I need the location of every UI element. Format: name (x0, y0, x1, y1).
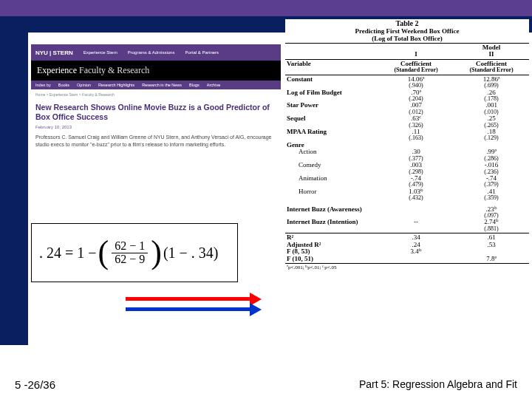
page-number: 5 -26/36 (15, 378, 55, 391)
coef-I (378, 206, 454, 213)
article-headline: New Research Shows Online Movie Buzz is … (35, 103, 276, 122)
equation-box: . 24 = 1 − ( 62 − 1 62 − 9 ) (1 − . 34) (31, 223, 238, 282)
col-variable: Variable (285, 61, 378, 67)
breadcrumb: Home > Experience Stern > Faculty & Rese… (31, 89, 281, 100)
article-text: Professors C. Samuel Craig and William G… (35, 134, 276, 149)
tab-item: Research in the News (142, 83, 182, 87)
se-I (378, 226, 454, 232)
var-label: Comedy (285, 162, 378, 168)
se-II: (.881) (454, 226, 529, 232)
table-title: Predicting First Weekend Box Office (285, 27, 529, 35)
article-date: February 10, 2013 (35, 125, 276, 129)
footer-title: Part 5: Regression Algebra and Fit (359, 378, 517, 390)
stat-label: F (10, 51) (285, 256, 378, 262)
tab-item: Books (58, 83, 69, 87)
nav-item: Programs & Admissions (128, 50, 175, 55)
col-II: II (454, 51, 529, 58)
eq-lhs: . 24 = 1 − (39, 245, 97, 262)
se-I: (.432) (378, 195, 454, 201)
var-label: Log of Film Budget (285, 89, 378, 96)
tab-item: Research Highlights (98, 83, 134, 87)
news-hero: Experience Faculty & Research (31, 61, 281, 81)
stat-II: .53 (454, 242, 529, 248)
var-label: Internet Buzz (Awareness) (285, 206, 378, 213)
col-se-II: (Standard Error) (454, 67, 529, 73)
eq-denominator: 62 − 9 (112, 253, 148, 266)
nyu-stern-logo: NYU | STERN (35, 50, 73, 56)
stat-I (378, 256, 454, 262)
tab-item: Index by (35, 83, 51, 87)
eq-numerator: 62 − 1 (112, 240, 148, 253)
news-tabs: Index by Books Opinion Research Highligh… (31, 81, 281, 89)
eq-rhs: (1 − . 34) (163, 245, 219, 262)
coef-I: -- (378, 219, 454, 225)
var-label: MPAA Rating (285, 129, 378, 135)
table-number: Table 2 (285, 19, 529, 27)
slide-accent-top (0, 0, 532, 16)
var-label: Internet Buzz (Intention) (285, 219, 378, 225)
eq-fraction: 62 − 1 62 − 9 (112, 240, 148, 266)
news-topnav: NYU | STERN Experience Stern Programs & … (31, 44, 281, 61)
se-II: (.129) (454, 135, 529, 141)
paren-right-icon: ) (151, 243, 162, 262)
nav-item: Experience Stern (83, 50, 117, 55)
var-label: Star Power (285, 102, 378, 109)
news-screenshot: NYU | STERN Experience Stern Programs & … (31, 44, 281, 151)
hero-word-experience: Experience (37, 65, 77, 75)
paren-left-icon: ( (98, 243, 109, 262)
table-footnote: ªp<.001; ᵇp<.01; ᶜp<.05 (285, 265, 529, 270)
se-II: (.359) (454, 195, 529, 201)
var-label: Animation (285, 175, 378, 182)
arrow-red-icon (126, 297, 251, 301)
tab-item: Archive (207, 83, 220, 87)
var-label: Sequel (285, 115, 378, 122)
table-subtitle: (Log of Total Box Office) (285, 35, 529, 42)
stat-II: 7.8ª (454, 256, 529, 262)
stat-I: 3.4ᵇ (378, 248, 454, 255)
var-label: Constant (285, 76, 378, 83)
var-label: Action (285, 149, 378, 155)
news-body: New Research Shows Online Movie Buzz is … (31, 100, 281, 151)
slide-footer: 5 -26/36 Part 5: Regression Algebra and … (0, 369, 532, 399)
nav-item: Portal & Partners (185, 50, 219, 55)
var-label: Horror (285, 188, 378, 195)
arrows-group (126, 293, 270, 322)
regression-table: Table 2 Predicting First Weekend Box Off… (285, 19, 529, 270)
slide-accent-navy-left (0, 16, 28, 345)
arrow-blue-icon (126, 307, 251, 311)
se-I: (.163) (378, 135, 454, 141)
col-I: I (378, 51, 454, 58)
tab-item: Opinion (77, 83, 91, 87)
tab-item: Blogs (189, 83, 200, 87)
hero-word-faculty: Faculty & Research (77, 65, 149, 75)
col-se-I: (Standard Error) (378, 67, 454, 73)
